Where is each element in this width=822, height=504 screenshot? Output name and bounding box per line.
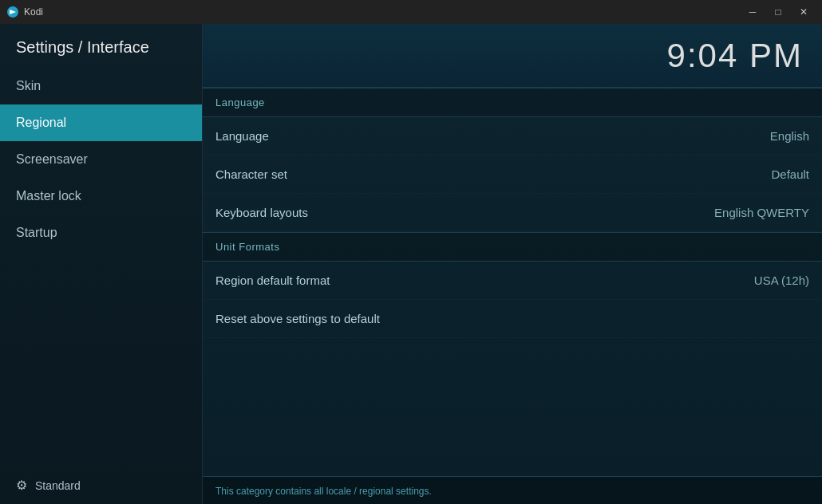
setting-label-language: Language [215, 129, 269, 143]
sidebar-item-label-startup: Startup [16, 226, 57, 240]
setting-label-region-format: Region default format [215, 274, 330, 287]
sidebar-item-screensaver[interactable]: Screensaver [0, 141, 202, 178]
sidebar: Settings / Interface Skin Regional Scree… [0, 24, 203, 504]
setting-row-reset[interactable]: Reset above settings to default [203, 300, 822, 338]
sidebar-item-startup[interactable]: Startup [0, 215, 202, 251]
setting-value-character-set: Default [771, 167, 809, 181]
sidebar-item-label-skin: Skin [16, 79, 41, 93]
sidebar-item-master-lock[interactable]: Master lock [0, 178, 202, 215]
setting-value-keyboard-layouts: English QWERTY [714, 206, 809, 219]
main-container: Settings / Interface Skin Regional Scree… [0, 24, 822, 504]
kodi-logo-icon [6, 6, 19, 18]
sidebar-nav: Skin Regional Screensaver Master lock St… [0, 68, 202, 467]
close-button[interactable]: ✕ [792, 3, 816, 21]
app-title: Kodi [24, 6, 43, 18]
gear-icon: ⚙ [16, 478, 27, 493]
content-area: 9:04 PM Language Language English Charac… [203, 24, 822, 504]
sidebar-header: Settings / Interface [0, 24, 202, 68]
section-header-language: Language [203, 88, 822, 117]
sidebar-item-label-regional: Regional [16, 116, 66, 130]
status-bar: This category contains all locale / regi… [203, 476, 822, 504]
minimize-button[interactable]: ─ [741, 3, 765, 21]
setting-value-language: English [770, 129, 809, 143]
setting-label-reset: Reset above settings to default [215, 312, 380, 325]
content-body: Language Language English Character set … [203, 88, 822, 504]
setting-row-character-set[interactable]: Character set Default [203, 156, 822, 194]
setting-value-region-format: USA (12h) [754, 274, 809, 287]
sidebar-footer: ⚙ Standard [0, 467, 202, 504]
sidebar-item-regional[interactable]: Regional [0, 104, 202, 141]
sidebar-item-skin[interactable]: Skin [0, 68, 202, 104]
section-header-unit-formats: Unit Formats [203, 232, 822, 262]
standard-label: Standard [35, 479, 81, 492]
status-text: This category contains all locale / regi… [215, 486, 432, 497]
setting-label-character-set: Character set [215, 167, 287, 181]
setting-row-keyboard-layouts[interactable]: Keyboard layouts English QWERTY [203, 194, 822, 232]
setting-row-region-format[interactable]: Region default format USA (12h) [203, 262, 822, 300]
titlebar-left: Kodi [6, 6, 43, 18]
sidebar-item-label-screensaver: Screensaver [16, 152, 88, 167]
titlebar-controls: ─ □ ✕ [741, 3, 816, 21]
settings-title: Settings / Interface [16, 38, 186, 57]
time-display: 9:04 PM [667, 37, 803, 75]
titlebar: Kodi ─ □ ✕ [0, 0, 822, 24]
setting-row-language[interactable]: Language English [203, 117, 822, 156]
setting-label-keyboard-layouts: Keyboard layouts [215, 206, 308, 219]
content-header: 9:04 PM [203, 24, 822, 88]
maximize-button[interactable]: □ [766, 3, 790, 21]
sidebar-item-label-master-lock: Master lock [16, 189, 81, 203]
